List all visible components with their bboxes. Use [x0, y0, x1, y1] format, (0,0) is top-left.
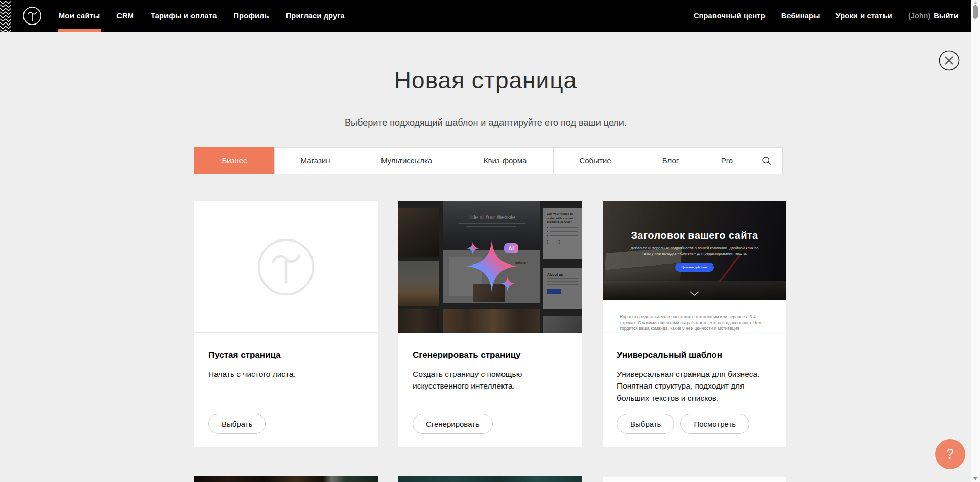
card-actions: Сгенерировать — [413, 414, 493, 434]
templates-grid-row2 — [194, 476, 786, 482]
tab-label: Магазин — [301, 156, 330, 165]
template-cta-button: Целевое действие — [675, 263, 714, 272]
page-title: Новая страница — [0, 66, 971, 94]
template-hero-subtitle: Добавьте интересные подробности о вашей … — [628, 245, 761, 257]
template-card-universal: Заголовок вашего сайта Добавьте интересн… — [603, 201, 786, 447]
nav-item-webinars[interactable]: Вебинары — [781, 0, 820, 32]
templates-grid: Пустая страница Начать с чистого листа. … — [194, 201, 786, 447]
scrollbar-down-arrow[interactable] — [973, 477, 977, 480]
help-button[interactable]: ? — [935, 439, 965, 469]
template-hero-title: Заголовок вашего сайта — [603, 230, 786, 242]
card-body: Универсальный шаблон Универсальная стран… — [603, 333, 786, 447]
logout-label: Выйти — [934, 12, 959, 20]
blank-template-preview[interactable] — [194, 201, 378, 333]
search-icon — [762, 156, 771, 165]
scrollbar[interactable] — [971, 0, 980, 482]
tilda-watermark-icon — [256, 237, 316, 297]
screen: Мои сайты CRM Тарифы и оплата Профиль Пр… — [0, 0, 980, 482]
universal-template-preview[interactable]: Заголовок вашего сайта Добавьте интересн… — [603, 201, 786, 333]
tab-search-button[interactable] — [750, 147, 783, 174]
template-hero: Заголовок вашего сайта Добавьте интересн… — [603, 201, 786, 300]
navbar-left: Мои сайты CRM Тарифы и оплата Профиль Пр… — [0, 0, 345, 32]
nav-item-label: Мои сайты — [59, 12, 100, 20]
nav-item-help-center[interactable]: Справочный центр — [694, 0, 766, 32]
nav-item-label: Вебинары — [781, 12, 820, 20]
active-tab-underline — [58, 29, 101, 32]
page-subtitle: Выберите подходящий шаблон и адаптируйте… — [0, 117, 971, 128]
tab-business[interactable]: Бизнес — [194, 147, 275, 174]
template-text-section: Коротко представьтесь и расскажите о ком… — [603, 300, 786, 333]
view-button[interactable]: Посмотреть — [680, 414, 749, 434]
card-title: Сгенерировать страницу — [413, 350, 568, 360]
nav-item-invite-friend[interactable]: Пригласи друга — [286, 0, 345, 32]
nav-item-label: Пригласи друга — [286, 12, 345, 20]
tab-shop[interactable]: Магазин — [274, 147, 356, 174]
user-name: (John) — [908, 12, 930, 20]
card-title: Пустая страница — [208, 350, 364, 360]
generate-button[interactable]: Сгенерировать — [413, 414, 493, 434]
nav-item-my-sites[interactable]: Мои сайты — [59, 0, 100, 32]
navbar-right: Справочный центр Вебинары Уроки и статьи… — [694, 0, 959, 32]
card-description: Универсальная страница для бизнеса. Поня… — [617, 368, 765, 404]
card-body: Пустая страница Начать с чистого листа. … — [194, 333, 378, 447]
template-card-partial[interactable] — [398, 476, 582, 482]
ai-sparkles-icon — [398, 201, 582, 333]
card-actions: Выбрать — [208, 414, 266, 434]
nav-item-lessons[interactable]: Уроки и статьи — [836, 0, 892, 32]
chevron-down-icon — [690, 291, 699, 296]
tab-label: Событие — [579, 156, 611, 165]
card-actions: Выбрать Посмотреть — [617, 414, 749, 434]
top-navbar: Мои сайты CRM Тарифы и оплата Профиль Пр… — [0, 0, 971, 32]
nav-item-crm[interactable]: CRM — [116, 0, 134, 32]
template-card-partial[interactable] — [603, 476, 786, 482]
nav-item-tariffs[interactable]: Тарифы и оплата — [151, 0, 217, 32]
nav-item-profile[interactable]: Профиль — [233, 0, 269, 32]
tab-label: Квиз-форма — [484, 156, 527, 165]
nav-item-label: CRM — [116, 12, 134, 20]
user-account: (John) Выйти — [908, 0, 959, 32]
tab-label: Мультиссылка — [381, 156, 432, 165]
logout-link[interactable]: Выйти — [934, 0, 959, 32]
card-body: Сгенерировать страницу Создать страницу … — [398, 333, 582, 447]
nav-item-label: Уроки и статьи — [836, 12, 892, 20]
nav-item-label: Профиль — [233, 12, 269, 20]
template-card-partial[interactable] — [194, 476, 378, 482]
choose-button[interactable]: Выбрать — [208, 414, 266, 434]
tab-label: Бизнес — [222, 156, 247, 165]
ai-template-preview[interactable]: Title of Your Website eature Get your ho… — [398, 201, 582, 333]
nav-item-label: Тарифы и оплата — [151, 12, 217, 20]
scrollbar-thumb[interactable] — [973, 5, 978, 19]
template-card-ai-generate: Title of Your Website eature Get your ho… — [398, 201, 582, 447]
card-description: Создать страницу с помощью искусственног… — [413, 368, 561, 392]
template-card-blank: Пустая страница Начать с чистого листа. … — [194, 201, 378, 447]
template-category-tabs: Бизнес Магазин Мультиссылка Квиз-форма С… — [194, 147, 786, 174]
tab-quiz-form[interactable]: Квиз-форма — [457, 147, 554, 174]
card-description: Начать с чистого листа. — [208, 368, 356, 380]
tab-label: Pro — [721, 156, 733, 165]
tab-label: Блог — [662, 156, 679, 165]
tab-pro[interactable]: Pro — [704, 147, 750, 174]
template-body-text: Коротко представьтесь и расскажите о ком… — [620, 314, 769, 332]
drag-pattern-icon — [0, 0, 11, 32]
tab-blog[interactable]: Блог — [637, 147, 704, 174]
card-title: Универсальный шаблон — [617, 350, 772, 360]
ai-badge: AI — [504, 243, 518, 253]
choose-button[interactable]: Выбрать — [617, 414, 674, 434]
tab-multilink[interactable]: Мультиссылка — [356, 147, 457, 174]
scrollbar-up-arrow[interactable] — [973, 1, 977, 4]
tab-event[interactable]: Событие — [553, 147, 637, 174]
tilda-logo-icon[interactable] — [22, 6, 42, 26]
nav-item-label: Справочный центр — [694, 12, 766, 20]
